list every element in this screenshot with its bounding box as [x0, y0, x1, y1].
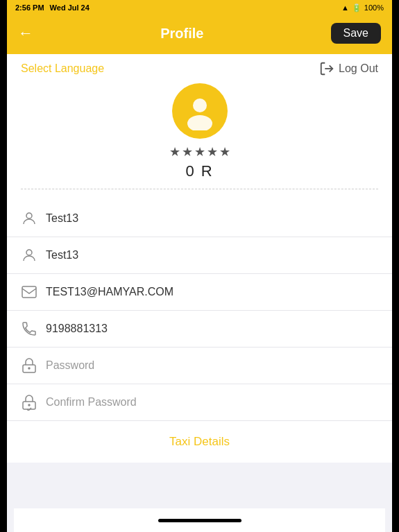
battery-percent: 100%	[364, 3, 384, 12]
star-5: ★	[219, 144, 230, 160]
person-icon-2	[21, 247, 37, 264]
svg-point-3	[26, 213, 32, 218]
section-divider	[21, 189, 378, 189]
first-name-field	[7, 200, 392, 237]
svg-point-9	[28, 404, 30, 406]
star-3: ★	[194, 144, 205, 160]
phone-input[interactable]	[46, 323, 378, 335]
status-date: Wed Jul 24	[50, 3, 90, 12]
svg-rect-5	[22, 286, 36, 298]
back-button[interactable]: ←	[18, 24, 33, 42]
person-icon	[21, 210, 37, 227]
last-name-field	[7, 237, 392, 274]
avatar	[172, 83, 228, 139]
battery-icon: 🔋	[352, 3, 362, 12]
email-icon	[21, 284, 37, 300]
phone-field	[7, 311, 392, 347]
svg-point-2	[187, 115, 212, 130]
lock-icon	[21, 357, 37, 374]
status-bar: 2:56 PM Wed Jul 24 ▲ 🔋 100%	[7, 0, 392, 15]
rating-value: 0 R	[185, 162, 213, 180]
status-indicators: ▲ 🔋 100%	[341, 3, 384, 12]
wifi-icon: ▲	[341, 3, 349, 12]
status-time: 2:56 PM	[15, 3, 44, 12]
confirm-password-input[interactable]	[46, 396, 378, 409]
star-2: ★	[182, 144, 193, 160]
email-input[interactable]	[46, 286, 378, 298]
logout-button[interactable]: Log Out	[319, 61, 378, 76]
star-1: ★	[169, 144, 180, 160]
app-header: ← Profile Save	[7, 15, 392, 54]
profile-actions-row: Select Language Log Out	[21, 61, 378, 76]
password-field	[7, 347, 392, 384]
last-name-input[interactable]	[46, 249, 378, 261]
form-section	[7, 200, 392, 421]
page-title: Profile	[160, 26, 203, 42]
confirm-password-field	[7, 384, 392, 421]
svg-point-4	[26, 250, 32, 255]
first-name-input[interactable]	[46, 212, 378, 225]
svg-point-7	[28, 368, 30, 369]
logout-label: Log Out	[339, 62, 378, 75]
profile-top-section: Select Language Log Out	[7, 54, 392, 200]
screen: 2:56 PM Wed Jul 24 ▲ 🔋 100% ← Profile Sa…	[7, 0, 392, 532]
avatar-person-icon	[180, 92, 219, 130]
device-frame: 2:56 PM Wed Jul 24 ▲ 🔋 100% ← Profile Sa…	[0, 0, 399, 532]
home-indicator	[158, 519, 241, 522]
email-field	[7, 274, 392, 311]
rating-stars: ★ ★ ★ ★ ★	[169, 144, 230, 160]
avatar-container	[172, 83, 228, 139]
lock-confirm-icon	[21, 394, 37, 411]
star-4: ★	[207, 144, 218, 160]
phone-icon	[21, 320, 37, 337]
bottom-bar	[14, 508, 385, 532]
select-language-link[interactable]: Select Language	[21, 62, 104, 75]
taxi-details-container: Taxi Details	[7, 421, 392, 463]
svg-point-1	[193, 98, 207, 112]
taxi-details-link[interactable]: Taxi Details	[169, 435, 230, 448]
password-input[interactable]	[46, 359, 378, 372]
save-button[interactable]: Save	[331, 23, 381, 44]
logout-icon	[319, 61, 334, 76]
